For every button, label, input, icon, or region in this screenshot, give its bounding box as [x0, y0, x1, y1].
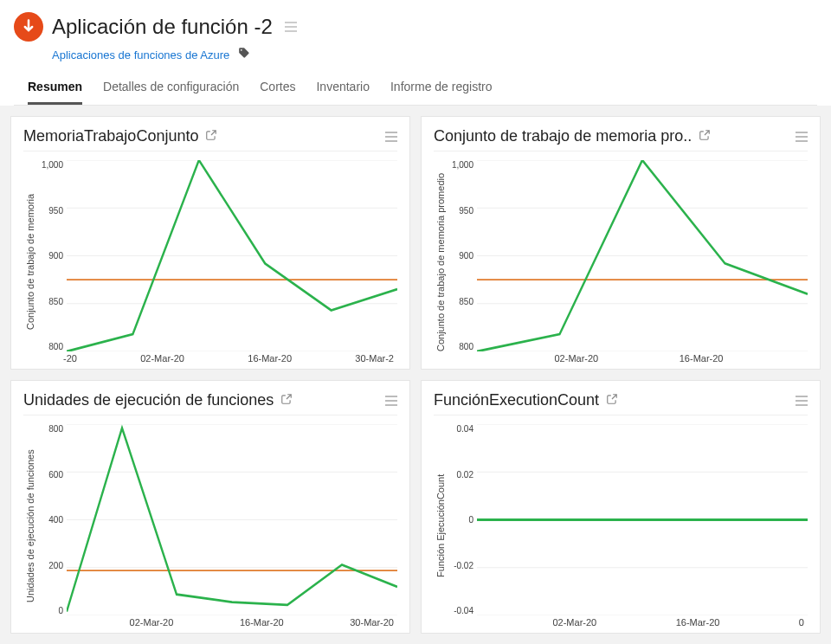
card-menu-icon[interactable]: [796, 132, 808, 142]
popout-icon[interactable]: [699, 129, 711, 145]
card-mem-ws-avg: Conjunto de trabajo de memoria pro.. Con…: [421, 116, 821, 370]
tab-resumen[interactable]: Resumen: [28, 74, 82, 105]
x-start: -20: [63, 353, 77, 364]
y-axis-label: Unidades de ejecución de funciones: [23, 424, 37, 628]
popout-icon[interactable]: [606, 393, 618, 409]
card-menu-icon[interactable]: [385, 132, 397, 142]
card-title: Conjunto de trabajo de memoria pro..: [434, 127, 692, 145]
tab-inventario[interactable]: Inventario: [316, 74, 369, 105]
y-axis-label: Función EjecuciónCount: [434, 424, 448, 628]
title-menu-icon[interactable]: [285, 22, 297, 32]
popout-icon[interactable]: [205, 129, 217, 145]
breadcrumb-link[interactable]: Aplicaciones de funciones de Azure: [52, 48, 229, 61]
y-axis-label: Conjunto de trabajo de memoria: [23, 160, 37, 364]
chart-exec-count: 0.04 0.02 0 -0.02 -0.04: [448, 424, 808, 615]
tab-detalles[interactable]: Detalles de configuración: [103, 74, 239, 105]
card-menu-icon[interactable]: [796, 396, 808, 406]
card-mem-ws: MemoriaTrabajoConjunto Conjunto de traba…: [10, 116, 410, 370]
chart-exec-units: 800 600 400 200 0: [37, 424, 397, 615]
card-menu-icon[interactable]: [385, 396, 397, 406]
tab-informe[interactable]: Informe de registro: [390, 74, 493, 105]
card-exec-units: Unidades de ejecución de funciones Unida…: [10, 380, 410, 634]
popout-icon[interactable]: [280, 393, 293, 409]
status-down-icon: [14, 12, 43, 42]
chart-mem-ws: 1,000 950 900 850 800: [37, 160, 397, 351]
tag-icon[interactable]: [238, 47, 250, 62]
chart-mem-ws-avg: 1,000 950 900 850 800: [448, 160, 808, 351]
card-title: FunciónExecutionCount: [434, 391, 599, 409]
tabs: Resumen Detalles de configuración Cortes…: [14, 74, 817, 106]
page-title: Aplicación de función -2: [52, 15, 273, 39]
y-axis-label: Conjunto de trabajo de memoria promedio: [434, 160, 448, 364]
card-title: Unidades de ejecución de funciones: [23, 391, 274, 409]
card-title: MemoriaTrabajoConjunto: [23, 127, 198, 145]
tab-cortes[interactable]: Cortes: [260, 74, 295, 105]
card-exec-count: FunciónExecutionCount Función EjecuciónC…: [421, 380, 821, 634]
